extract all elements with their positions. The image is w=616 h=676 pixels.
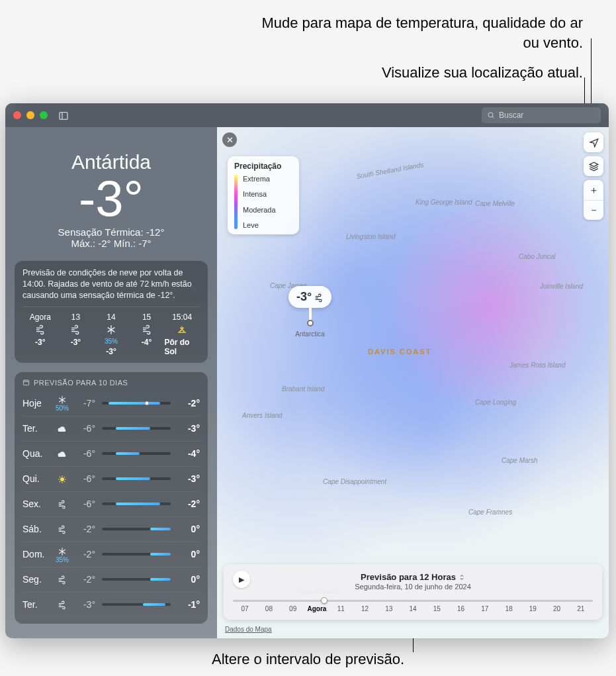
timeline-tick: 18 bbox=[497, 605, 521, 612]
snow-icon: 50% bbox=[52, 394, 73, 412]
map-place-label: Brabant Island bbox=[282, 385, 325, 393]
wind-icon bbox=[52, 599, 73, 610]
timeline-tick: 13 bbox=[377, 605, 401, 612]
precipitation-map[interactable]: South Shetland IslandsKing George Island… bbox=[217, 127, 609, 638]
tenday-row[interactable]: Ter. -6° -3° bbox=[22, 416, 200, 441]
map-place-label: Livingston Island bbox=[346, 233, 396, 240]
timeline-tick: 08 bbox=[257, 605, 281, 612]
close-window-button[interactable] bbox=[13, 111, 21, 119]
timeline-slider[interactable]: 070809Agora1112131415161718192021 bbox=[233, 597, 593, 616]
timeline-tick: 20 bbox=[545, 605, 568, 612]
timeline-thumb[interactable] bbox=[321, 597, 328, 604]
timeline-tick: 21 bbox=[569, 605, 593, 612]
current-location-pin[interactable]: -3° Antarctica bbox=[288, 286, 331, 338]
wind-icon bbox=[52, 524, 73, 534]
legend-gradient bbox=[234, 175, 238, 229]
timeline-tick: Agora bbox=[305, 605, 329, 612]
timeline-tick: 19 bbox=[521, 605, 545, 612]
map-layers-button[interactable] bbox=[584, 156, 603, 176]
map-place-label: DAVIS COAST bbox=[368, 348, 431, 356]
annotation-location: Visualize sua localização atual. bbox=[252, 63, 583, 83]
current-temperature: -3° bbox=[15, 173, 208, 224]
timeline-tick: 12 bbox=[353, 605, 376, 612]
hourly-item[interactable]: Agora -3° bbox=[22, 313, 58, 356]
tenday-row[interactable]: Dom. 35% -2° 0° bbox=[22, 542, 200, 567]
timeline-tick: 09 bbox=[281, 605, 305, 612]
map-place-label: James Ross Island bbox=[509, 362, 565, 369]
cloud-icon bbox=[52, 423, 73, 434]
high-low: Máx.: -2° Mín.: -7° bbox=[15, 238, 208, 249]
map-place-label: Cape Disappointment bbox=[323, 478, 386, 485]
legend-level: Moderada bbox=[243, 206, 276, 214]
tenday-row[interactable]: Qui. -6° -3° bbox=[22, 466, 200, 491]
timeline-tick: 14 bbox=[401, 605, 425, 612]
svg-line-24 bbox=[64, 477, 65, 477]
minimize-window-button[interactable] bbox=[26, 111, 34, 119]
close-map-button[interactable]: ✕ bbox=[222, 132, 237, 147]
search-input[interactable]: Buscar bbox=[482, 107, 601, 123]
forecast-sidebar: Antártida -3° Sensação Térmica: -12° Máx… bbox=[5, 127, 217, 638]
hourly-item[interactable]: 15:04 Pôr do Sol bbox=[164, 313, 200, 356]
wind-icon bbox=[52, 574, 73, 585]
map-place-label: Cape Framnes bbox=[468, 508, 512, 516]
map-place-label: Cabo Juncal bbox=[519, 253, 556, 260]
zoom-out-button[interactable]: － bbox=[584, 200, 603, 220]
timeline-tick: 17 bbox=[473, 605, 497, 612]
annotation-range: Altere o intervalo de previsão. bbox=[0, 650, 616, 669]
tenday-row[interactable]: Hoje 50% -7° -2° bbox=[22, 391, 200, 416]
map-place-label: Cape Longing bbox=[475, 399, 516, 406]
tenday-row[interactable]: Ter. -3° -1° bbox=[22, 592, 200, 617]
calendar-icon bbox=[22, 379, 30, 386]
legend-level: Intensa bbox=[243, 190, 276, 198]
svg-line-3 bbox=[492, 117, 494, 118]
map-place-label: Cape Melville bbox=[475, 200, 515, 207]
timeline-play-button[interactable]: ▶ bbox=[233, 571, 250, 588]
svg-line-22 bbox=[64, 481, 65, 482]
timeline-tick: 11 bbox=[329, 605, 353, 612]
search-icon bbox=[487, 111, 495, 119]
map-data-link[interactable]: Dados do Mapa bbox=[225, 626, 272, 633]
wind-icon bbox=[314, 291, 324, 302]
wind-icon bbox=[35, 324, 46, 336]
map-place-label: King George Island bbox=[416, 199, 472, 206]
sidebar-toggle-button[interactable] bbox=[58, 109, 69, 121]
map-place-label: Cape Marsh bbox=[502, 457, 537, 464]
legend-level: Leve bbox=[243, 221, 276, 229]
svg-rect-0 bbox=[60, 112, 67, 119]
svg-marker-28 bbox=[590, 162, 598, 166]
tenday-row[interactable]: Qua. -6° -4° bbox=[22, 441, 200, 466]
wind-icon bbox=[52, 499, 73, 509]
timeline-tick: 07 bbox=[233, 605, 257, 612]
forecast-timeline: ▶ Previsão para 12 Horas Segunda-feira, … bbox=[224, 564, 602, 620]
legend-level: Extrema bbox=[243, 175, 276, 183]
locate-me-button[interactable] bbox=[584, 132, 603, 152]
snow-icon bbox=[106, 324, 116, 336]
svg-line-23 bbox=[60, 481, 60, 482]
tenday-row[interactable]: Seg. -2° 0° bbox=[22, 567, 200, 592]
timeline-tick: 15 bbox=[425, 605, 449, 612]
tenday-row[interactable]: Sáb. -2° 0° bbox=[22, 516, 200, 542]
sunset-icon bbox=[177, 324, 187, 336]
wind-icon bbox=[70, 324, 81, 336]
hourly-item[interactable]: 13 -3° bbox=[58, 313, 94, 356]
zoom-in-button[interactable]: ＋ bbox=[584, 180, 603, 200]
tenday-row[interactable]: Sex. -6° -2° bbox=[22, 491, 200, 516]
window-controls bbox=[13, 111, 48, 119]
svg-point-2 bbox=[488, 113, 493, 117]
snow-icon: 35% bbox=[52, 545, 73, 563]
tenday-forecast-card[interactable]: PREVISÃO PARA 10 DIAS Hoje 50% -7° -2°Te… bbox=[15, 372, 208, 624]
annotation-layers: Mude para mapa de temperatura, qualidade… bbox=[252, 13, 583, 52]
hourly-item[interactable]: 15 -4° bbox=[129, 313, 165, 356]
hourly-forecast-card[interactable]: Previsão de condições de neve por volta … bbox=[15, 261, 208, 363]
svg-line-21 bbox=[60, 477, 60, 477]
forecast-range-selector[interactable]: Previsão para 12 Horas bbox=[361, 572, 465, 582]
map-place-label: Anvers Island bbox=[242, 412, 283, 419]
hourly-item[interactable]: 14 35% -3° bbox=[93, 313, 129, 356]
search-placeholder: Buscar bbox=[499, 111, 523, 120]
chevron-up-down-icon bbox=[459, 573, 465, 582]
svg-point-16 bbox=[61, 478, 64, 481]
cloud-icon bbox=[52, 448, 73, 459]
conditions-summary: Previsão de condições de neve por volta … bbox=[22, 267, 200, 307]
fullscreen-window-button[interactable] bbox=[40, 111, 48, 119]
map-place-label: Joinville Island bbox=[540, 283, 583, 290]
